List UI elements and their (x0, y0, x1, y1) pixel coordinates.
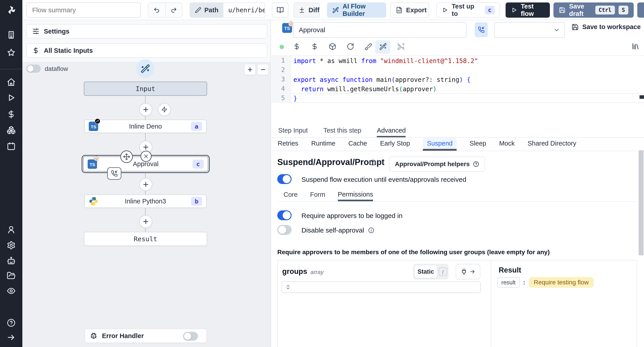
deploy-button-partial[interactable] (637, 2, 644, 18)
resources-icon[interactable] (7, 126, 16, 134)
resource-dollar-icon[interactable] (311, 43, 318, 50)
error-handler-card[interactable]: Error Handler (84, 329, 207, 343)
flow-settings-button[interactable]: Settings (26, 24, 267, 38)
var-dollar-icon[interactable] (293, 43, 300, 50)
ai-flow-builder-label: AI Flow Builder (342, 3, 381, 18)
graph-node-result[interactable]: Result (84, 232, 207, 246)
step-name-input[interactable] (293, 22, 466, 38)
save-to-workspace-button[interactable]: Save to workspace (572, 23, 641, 31)
approval-prompt-helpers-button[interactable]: Approval/Prompt helpers (389, 156, 485, 172)
dataflow-toggle[interactable] (26, 64, 41, 73)
code-line-3[interactable]: 3export async function main(approver?: s… (272, 75, 644, 84)
folders-icon[interactable] (7, 271, 16, 280)
undo-icon[interactable] (148, 3, 166, 17)
workers-bot-icon[interactable] (7, 256, 16, 265)
flow-summary-input[interactable] (26, 2, 141, 18)
tab-advanced[interactable]: Advanced (377, 125, 406, 137)
test-flow-button[interactable]: Test flow (506, 2, 550, 18)
flow-graph-canvas[interactable]: dataflow + − Input TS Inline Deno a (22, 62, 270, 347)
graph-node-inline-python3[interactable]: Inline Python3 b (84, 194, 206, 208)
code-editor[interactable]: 1import * as wmill from "windmill-client… (272, 56, 644, 125)
subtab-cache[interactable]: Cache (348, 138, 367, 151)
all-static-inputs-button[interactable]: All Static Inputs (26, 44, 267, 58)
result-value-highlight[interactable]: Require testing flow (529, 277, 594, 288)
error-handler-toggle[interactable] (183, 332, 198, 341)
runs-icon[interactable] (7, 93, 16, 102)
library-icon[interactable] (632, 42, 640, 50)
ai-flow-builder-button[interactable]: AI Flow Builder (327, 2, 386, 18)
reload-icon[interactable] (346, 43, 354, 50)
expand-rail-icon[interactable] (7, 333, 16, 342)
subtab-runtime[interactable]: Runtime (311, 138, 336, 151)
javascript-mode-button[interactable]: ƒ (439, 268, 447, 276)
schedules-icon[interactable] (7, 142, 16, 151)
format-brush-icon[interactable] (364, 43, 372, 50)
pencil-icon (195, 7, 201, 13)
save-draft-button[interactable]: Save draft Ctrl S (554, 2, 634, 18)
windmill-logo-icon[interactable] (6, 5, 16, 15)
test-up-to-button[interactable]: Test up to c (436, 2, 500, 18)
tab-step-input[interactable]: Step Input (278, 125, 308, 137)
diff-button[interactable]: Diff (294, 2, 320, 18)
ai-off-icon[interactable] (397, 43, 405, 50)
add-step-button-1[interactable] (139, 103, 152, 116)
plug-icon (461, 268, 467, 275)
workspace-icon[interactable] (7, 30, 16, 39)
kind-select[interactable] (494, 22, 565, 38)
suspend-info-icon[interactable] (370, 159, 376, 166)
package-icon[interactable] (329, 43, 336, 50)
ai-graph-wand-button[interactable] (136, 59, 154, 78)
redo-icon[interactable] (166, 3, 182, 17)
graph-node-input[interactable]: Input (84, 82, 207, 96)
subtab-sleep[interactable]: Sleep (470, 138, 486, 151)
subtab-retries[interactable]: Retries (278, 138, 298, 151)
audit-eye-icon[interactable] (7, 286, 16, 295)
approval-phone-badge[interactable] (107, 167, 122, 180)
code-line-4[interactable]: 4 return wmill.getResumeUrls(approver) (272, 84, 644, 94)
subtab-mock[interactable]: Mock (499, 138, 514, 151)
add-step-button-3[interactable] (139, 178, 152, 191)
inner-tab-permissions[interactable]: Permissions (338, 189, 373, 201)
users-icon[interactable] (7, 225, 16, 234)
variables-icon[interactable] (7, 110, 16, 119)
help-icon[interactable] (7, 318, 16, 327)
inner-tab-form[interactable]: Form (310, 189, 325, 201)
dollar-icon (32, 47, 39, 54)
path-control[interactable]: Path u/henri/bes (190, 2, 265, 18)
subtab-shared-directory[interactable]: Shared Directory (528, 138, 576, 151)
delete-node-button[interactable] (140, 151, 152, 162)
static-mode-button[interactable]: Static (414, 265, 437, 278)
path-button[interactable]: Path (190, 3, 224, 17)
suspend-toggle[interactable] (277, 174, 292, 184)
plug-connect-button[interactable] (456, 264, 480, 280)
add-step-button-4[interactable] (139, 215, 152, 228)
panel-scrollbar-thumb[interactable] (639, 150, 644, 255)
trigger-zap-button[interactable] (158, 103, 171, 116)
groups-select-input[interactable] (282, 281, 481, 293)
code-line-5[interactable]: 5} (272, 94, 644, 103)
zoom-out-button[interactable]: − (257, 64, 269, 75)
graph-node-inline-deno[interactable]: TS Inline Deno a (84, 120, 206, 133)
home-icon[interactable] (7, 78, 16, 86)
require-login-toggle[interactable] (277, 210, 292, 220)
disable-self-approval-toggle[interactable] (277, 225, 292, 235)
suspend-phone-button[interactable] (475, 22, 488, 37)
result-heading: Result (499, 266, 521, 274)
subtab-early-stop[interactable]: Early Stop (380, 138, 410, 151)
settings-gear-icon[interactable] (7, 241, 16, 250)
favorites-icon[interactable] (7, 48, 16, 57)
disable-self-approval-info-icon[interactable] (368, 227, 374, 234)
test-flow-label: Test flow (521, 3, 544, 18)
docs-button[interactable] (272, 2, 288, 18)
code-line-1[interactable]: 1import * as wmill from "windmill-client… (272, 56, 644, 65)
tab-test-this-step[interactable]: Test this step (323, 125, 361, 137)
zoom-in-button[interactable]: + (244, 64, 256, 75)
result-key-chip[interactable]: result (497, 277, 520, 288)
export-button[interactable]: Export (390, 2, 429, 18)
inner-tab-core[interactable]: Core (284, 189, 298, 201)
ai-assistant-wand-icon[interactable] (379, 43, 387, 50)
subtab-suspend[interactable]: Suspend (423, 138, 456, 151)
move-node-button[interactable] (120, 150, 133, 163)
save-to-workspace-label: Save to workspace (582, 23, 641, 31)
code-line-2[interactable]: 2 (272, 65, 644, 75)
